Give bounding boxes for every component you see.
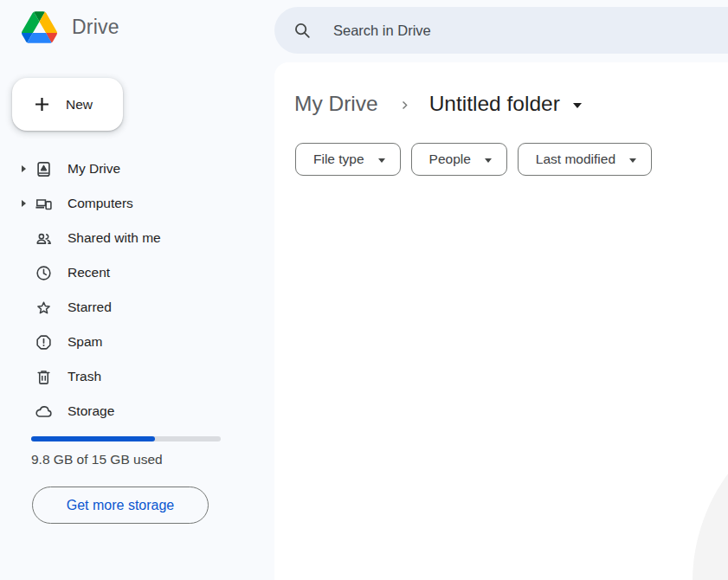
filter-chips: File type People Last modified <box>295 143 652 176</box>
search-icon[interactable] <box>293 21 312 40</box>
search-input[interactable] <box>333 23 662 39</box>
new-button-label: New <box>66 97 93 113</box>
people-icon <box>35 229 53 248</box>
empty-state-circle <box>693 400 728 580</box>
star-icon <box>35 299 53 317</box>
sidebar-item-starred[interactable]: Starred <box>0 290 274 325</box>
main-content: My Drive Untitled folder File type Peopl… <box>274 62 728 580</box>
storage-progress-fill <box>31 436 155 441</box>
new-button[interactable]: New <box>12 78 123 131</box>
expand-arrow-icon[interactable] <box>22 165 26 172</box>
filter-chip-file-type[interactable]: File type <box>295 143 401 176</box>
sidebar-item-label: Storage <box>68 403 114 419</box>
sidebar-item-label: Trash <box>68 369 101 384</box>
cloud-icon <box>35 403 53 421</box>
chevron-down-icon <box>629 158 636 163</box>
chevron-down-icon <box>573 103 582 108</box>
search-bar[interactable] <box>274 7 728 54</box>
storage-progress-bar <box>31 436 221 441</box>
chevron-down-icon <box>485 158 492 163</box>
sidebar-item-trash[interactable]: Trash <box>0 359 274 394</box>
sidebar-item-recent[interactable]: Recent <box>0 255 274 290</box>
filter-chip-last-modified[interactable]: Last modified <box>518 143 652 176</box>
drive-home-link[interactable]: Drive <box>22 11 119 43</box>
clock-icon <box>35 264 53 282</box>
chevron-down-icon <box>378 158 385 163</box>
sidebar-item-label: Shared with me <box>68 230 161 246</box>
filter-chip-people[interactable]: People <box>411 143 507 176</box>
sidebar-item-spam[interactable]: Spam <box>0 325 274 359</box>
sidebar-item-label: Computers <box>68 196 133 211</box>
sidebar-item-my-drive[interactable]: My Drive <box>0 151 274 186</box>
computers-icon <box>35 195 53 213</box>
sidebar-item-storage[interactable]: Storage <box>0 394 274 429</box>
breadcrumb-my-drive[interactable]: My Drive <box>294 92 378 116</box>
app-title: Drive <box>72 16 119 39</box>
trash-icon <box>35 368 53 386</box>
sidebar-item-computers[interactable]: Computers <box>0 186 274 221</box>
breadcrumb: My Drive Untitled folder <box>294 87 582 121</box>
current-folder-label: Untitled folder <box>429 92 560 116</box>
drive-logo-icon <box>22 11 57 43</box>
chip-label: Last modified <box>536 151 615 167</box>
chip-label: People <box>429 151 471 167</box>
sidebar-item-label: My Drive <box>68 161 120 177</box>
chip-label: File type <box>313 151 364 167</box>
expand-arrow-icon[interactable] <box>22 200 26 207</box>
sidebar-item-label: Spam <box>68 334 103 350</box>
sidebar-item-label: Starred <box>68 300 112 315</box>
chevron-right-icon <box>397 98 412 113</box>
sidebar-item-label: Recent <box>68 265 110 280</box>
sidebar-nav: My Drive Computers Shared with me <box>0 151 274 429</box>
storage-usage-text: 9.8 GB of 15 GB used <box>31 452 163 467</box>
report-icon <box>35 333 53 351</box>
sidebar-item-shared-with-me[interactable]: Shared with me <box>0 221 274 255</box>
breadcrumb-current-folder[interactable]: Untitled folder <box>429 92 582 116</box>
my-drive-icon <box>35 160 53 178</box>
get-more-storage-button[interactable]: Get more storage <box>32 487 209 524</box>
plus-icon <box>32 94 52 114</box>
